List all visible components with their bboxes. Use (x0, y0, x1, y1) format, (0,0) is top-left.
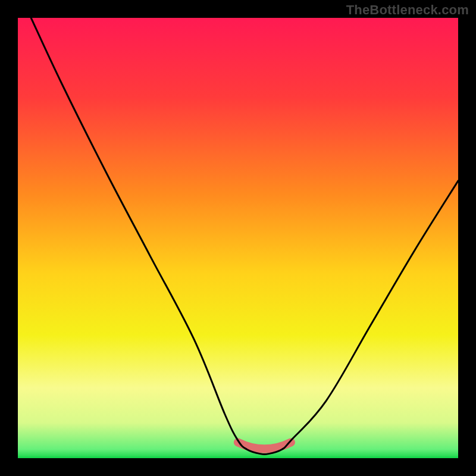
gradient-background (18, 18, 458, 458)
chart-svg (18, 18, 458, 458)
watermark-text: TheBottleneck.com (346, 2, 469, 18)
chart-frame: TheBottleneck.com (0, 0, 476, 476)
plot-area (18, 18, 458, 458)
